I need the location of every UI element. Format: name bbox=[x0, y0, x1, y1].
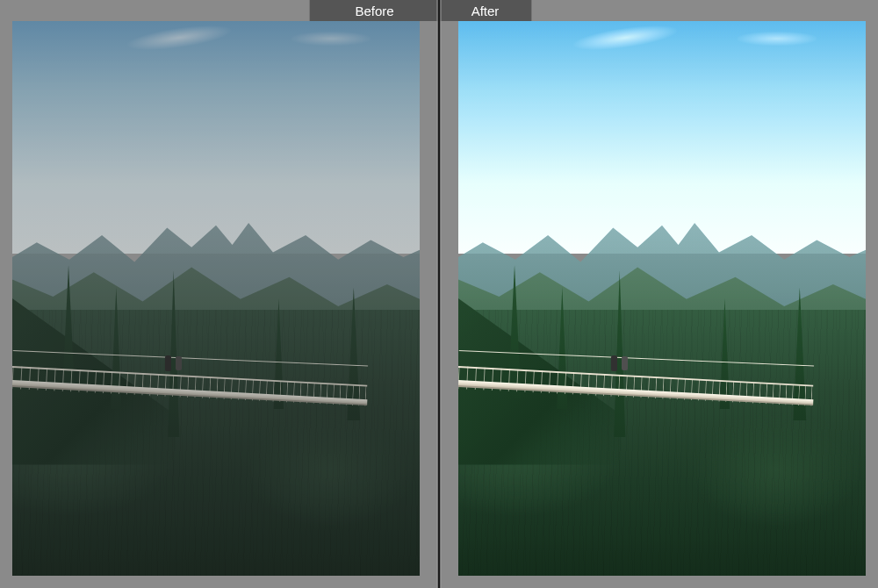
after-label: After bbox=[439, 0, 532, 21]
before-image[interactable] bbox=[12, 21, 420, 576]
after-pane[interactable]: After bbox=[439, 0, 878, 588]
landscape-photo bbox=[458, 21, 866, 576]
before-pane[interactable]: Before bbox=[0, 0, 439, 588]
suspension-bridge bbox=[458, 343, 866, 420]
compare-divider[interactable] bbox=[438, 0, 441, 588]
landscape-photo bbox=[12, 21, 420, 576]
suspension-bridge bbox=[12, 343, 420, 420]
before-label: Before bbox=[309, 0, 439, 21]
before-after-compare: Before bbox=[0, 0, 878, 588]
after-image[interactable] bbox=[458, 21, 866, 576]
